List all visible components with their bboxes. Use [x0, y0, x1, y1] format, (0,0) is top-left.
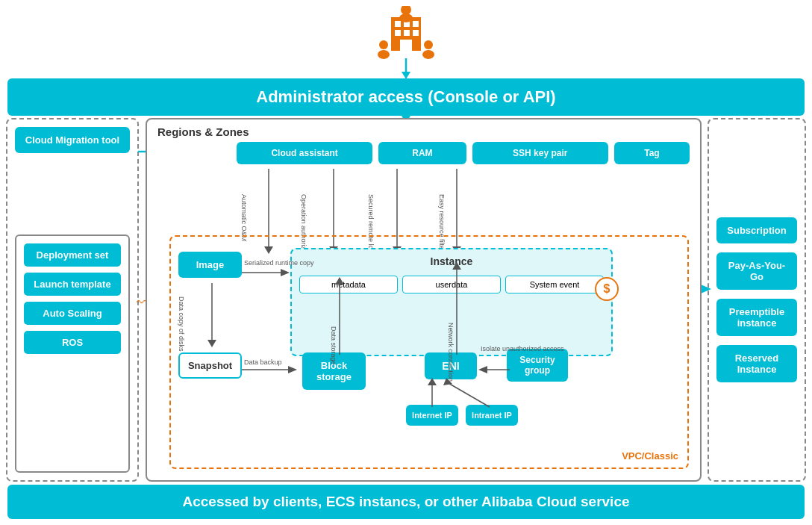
svg-marker-25: [701, 285, 711, 293]
ssh-key-pair-tool[interactable]: SSH key pair: [472, 142, 608, 164]
deployment-group-box: Deployment set Launch template Auto Scal…: [15, 234, 130, 473]
svg-marker-39: [288, 366, 297, 373]
instance-items: metadata userdata System event: [299, 276, 604, 293]
svg-marker-35: [281, 269, 290, 276]
cloud-assistant-tool[interactable]: Cloud assistant: [237, 142, 372, 164]
main-panel: Regions & Zones Cloud assistant RAM SSH …: [146, 118, 702, 482]
reserved-instance[interactable]: Reserved Instance: [716, 345, 797, 382]
svg-rect-3: [413, 21, 419, 27]
preemptible-instance[interactable]: Preemptible instance: [716, 299, 797, 336]
annotation-data-backup: Data backup: [244, 358, 282, 366]
ram-tool[interactable]: RAM: [378, 142, 466, 164]
annotation-automatic-om: Automatic O&M: [240, 194, 248, 241]
bottom-access-bar: Accessed by clients, ECS instancs, or ot…: [7, 485, 805, 519]
annotation-data-copy: Data copy of disks: [178, 296, 185, 352]
svg-point-8: [379, 40, 388, 49]
annotation-isolate: Isolate unauthorized access: [481, 345, 564, 354]
instance-label: Instance: [431, 255, 473, 267]
metadata-box: metadata: [299, 276, 398, 293]
svg-rect-6: [413, 30, 419, 36]
tools-row: Cloud assistant RAM SSH key pair Tag: [237, 142, 690, 164]
svg-point-9: [378, 50, 390, 59]
arrow-image-to-instance: [242, 267, 294, 279]
annotation-network-connection: Network connection: [447, 323, 455, 382]
ros[interactable]: ROS: [24, 331, 121, 354]
right-panel: Subscription Pay-As-You-Go Preemptible i…: [708, 118, 806, 482]
subscription[interactable]: Subscription: [716, 217, 797, 243]
intranet-ip-box[interactable]: Intranet IP: [466, 405, 518, 426]
deployment-set[interactable]: Deployment set: [24, 243, 121, 267]
svg-rect-5: [404, 30, 410, 36]
annotation-serialized: Serialized runtime copy: [244, 259, 314, 267]
pay-as-you-go[interactable]: Pay-As-You-Go: [716, 252, 797, 290]
arrows-ip-to-eni: [406, 375, 518, 408]
svg-point-10: [424, 40, 433, 49]
internet-ip-box[interactable]: Internet IP: [406, 405, 458, 426]
regions-zones-label: Regions & Zones: [157, 125, 249, 138]
dollar-circle: $: [595, 277, 619, 301]
image-box[interactable]: Image: [178, 252, 242, 278]
annotation-data-storage: Data storage: [330, 326, 337, 365]
svg-rect-7: [400, 40, 412, 51]
launch-template[interactable]: Launch template: [24, 273, 121, 296]
svg-marker-45: [478, 366, 487, 373]
svg-rect-1: [395, 21, 401, 27]
left-panel: Cloud Migration tool Deployment set Laun…: [6, 118, 139, 482]
vpc-panel: VPC/Classic Instance metadata userdata S…: [169, 235, 689, 469]
arrow-securitygroup-to-eni: [477, 364, 510, 376]
svg-marker-37: [207, 340, 216, 347]
cloud-migration-tool[interactable]: Cloud Migration tool: [15, 127, 130, 153]
userdata-box: userdata: [402, 276, 501, 293]
auto-scaling[interactable]: Auto Scaling: [24, 302, 121, 325]
svg-line-48: [447, 382, 490, 407]
vpc-label: VPC/Classic: [622, 450, 678, 462]
arrow-building-to-topbar: [399, 58, 413, 81]
svg-point-11: [422, 50, 434, 59]
svg-point-13: [399, 13, 413, 22]
snapshot-box[interactable]: Snapshot: [178, 352, 242, 379]
system-event-box: System event: [505, 276, 604, 293]
tag-tool[interactable]: Tag: [614, 142, 690, 164]
svg-rect-4: [395, 30, 401, 36]
arrow-image-to-snapshot: [206, 283, 218, 350]
